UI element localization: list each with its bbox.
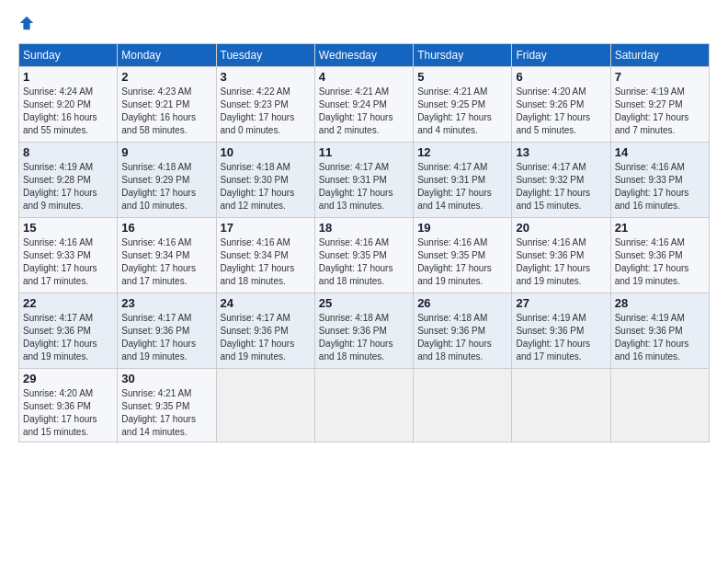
- day-info: Sunrise: 4:18 AMSunset: 9:29 PMDaylight:…: [121, 162, 196, 211]
- day-info: Sunrise: 4:18 AMSunset: 9:36 PMDaylight:…: [417, 313, 492, 362]
- day-number: 15: [23, 221, 113, 235]
- day-number: 28: [615, 296, 705, 310]
- day-number: 3: [221, 70, 311, 84]
- day-number: 13: [516, 145, 606, 159]
- svg-marker-0: [20, 17, 33, 29]
- day-cell-30: 30Sunrise: 4:21 AMSunset: 9:35 PMDayligh…: [118, 368, 216, 442]
- day-info: Sunrise: 4:19 AMSunset: 9:36 PMDaylight:…: [615, 313, 689, 362]
- day-number: 4: [319, 70, 409, 84]
- day-info: Sunrise: 4:16 AMSunset: 9:33 PMDaylight:…: [23, 237, 97, 286]
- day-cell-2: 2Sunrise: 4:23 AMSunset: 9:21 PMDaylight…: [118, 66, 216, 142]
- day-info: Sunrise: 4:20 AMSunset: 9:36 PMDaylight:…: [23, 388, 97, 437]
- day-cell-26: 26Sunrise: 4:18 AMSunset: 9:36 PMDayligh…: [414, 293, 512, 368]
- day-info: Sunrise: 4:17 AMSunset: 9:36 PMDaylight:…: [221, 313, 295, 362]
- day-info: Sunrise: 4:16 AMSunset: 9:35 PMDaylight:…: [319, 237, 393, 286]
- day-info: Sunrise: 4:23 AMSunset: 9:21 PMDaylight:…: [121, 86, 196, 135]
- day-info: Sunrise: 4:18 AMSunset: 9:30 PMDaylight:…: [221, 162, 295, 211]
- day-info: Sunrise: 4:21 AMSunset: 9:24 PMDaylight:…: [319, 86, 393, 135]
- day-number: 24: [221, 296, 311, 310]
- calendar-week-2: 8Sunrise: 4:19 AMSunset: 9:28 PMDaylight…: [19, 142, 710, 217]
- day-number: 30: [121, 372, 211, 385]
- calendar-header-row: SundayMondayTuesdayWednesdayThursdayFrid…: [19, 43, 710, 66]
- day-number: 2: [121, 70, 211, 84]
- day-header-sunday: Sunday: [19, 43, 118, 66]
- day-cell-16: 16Sunrise: 4:16 AMSunset: 9:34 PMDayligh…: [118, 217, 216, 293]
- day-cell-7: 7Sunrise: 4:19 AMSunset: 9:27 PMDaylight…: [610, 66, 709, 142]
- day-number: 12: [417, 145, 507, 159]
- day-number: 5: [417, 70, 507, 84]
- day-info: Sunrise: 4:17 AMSunset: 9:31 PMDaylight:…: [417, 162, 492, 211]
- day-number: 18: [319, 221, 409, 235]
- day-number: 6: [516, 70, 606, 84]
- day-cell-18: 18Sunrise: 4:16 AMSunset: 9:35 PMDayligh…: [314, 217, 413, 293]
- day-header-friday: Friday: [512, 43, 610, 66]
- day-info: Sunrise: 4:20 AMSunset: 9:26 PMDaylight:…: [516, 86, 590, 135]
- day-cell-27: 27Sunrise: 4:19 AMSunset: 9:36 PMDayligh…: [512, 293, 610, 368]
- day-cell-11: 11Sunrise: 4:17 AMSunset: 9:31 PMDayligh…: [314, 142, 413, 217]
- page-header: [18, 14, 710, 32]
- day-info: Sunrise: 4:16 AMSunset: 9:36 PMDaylight:…: [516, 237, 590, 286]
- day-cell-23: 23Sunrise: 4:17 AMSunset: 9:36 PMDayligh…: [118, 293, 216, 368]
- day-info: Sunrise: 4:22 AMSunset: 9:23 PMDaylight:…: [221, 86, 295, 135]
- calendar-page: SundayMondayTuesdayWednesdayThursdayFrid…: [0, 0, 728, 563]
- calendar-week-4: 22Sunrise: 4:17 AMSunset: 9:36 PMDayligh…: [19, 293, 710, 368]
- day-cell-9: 9Sunrise: 4:18 AMSunset: 9:29 PMDaylight…: [118, 142, 216, 217]
- day-number: 9: [121, 145, 211, 159]
- day-cell-29: 29Sunrise: 4:20 AMSunset: 9:36 PMDayligh…: [19, 368, 118, 442]
- day-info: Sunrise: 4:17 AMSunset: 9:36 PMDaylight:…: [121, 313, 196, 362]
- day-cell-4: 4Sunrise: 4:21 AMSunset: 9:24 PMDaylight…: [314, 66, 413, 142]
- empty-cell: [414, 368, 512, 442]
- day-cell-14: 14Sunrise: 4:16 AMSunset: 9:33 PMDayligh…: [610, 142, 709, 217]
- day-info: Sunrise: 4:16 AMSunset: 9:34 PMDaylight:…: [221, 237, 295, 286]
- day-number: 27: [516, 296, 606, 310]
- day-number: 25: [319, 296, 409, 310]
- day-number: 17: [221, 221, 311, 235]
- day-cell-17: 17Sunrise: 4:16 AMSunset: 9:34 PMDayligh…: [216, 217, 314, 293]
- calendar-week-3: 15Sunrise: 4:16 AMSunset: 9:33 PMDayligh…: [19, 217, 710, 293]
- day-number: 7: [615, 70, 705, 84]
- day-info: Sunrise: 4:21 AMSunset: 9:35 PMDaylight:…: [121, 388, 196, 437]
- day-cell-15: 15Sunrise: 4:16 AMSunset: 9:33 PMDayligh…: [19, 217, 118, 293]
- calendar-table: SundayMondayTuesdayWednesdayThursdayFrid…: [18, 43, 710, 442]
- day-cell-19: 19Sunrise: 4:16 AMSunset: 9:35 PMDayligh…: [414, 217, 512, 293]
- day-info: Sunrise: 4:18 AMSunset: 9:36 PMDaylight:…: [319, 313, 393, 362]
- day-number: 19: [417, 221, 507, 235]
- day-cell-28: 28Sunrise: 4:19 AMSunset: 9:36 PMDayligh…: [610, 293, 709, 368]
- day-info: Sunrise: 4:16 AMSunset: 9:35 PMDaylight:…: [417, 237, 492, 286]
- day-cell-24: 24Sunrise: 4:17 AMSunset: 9:36 PMDayligh…: [216, 293, 314, 368]
- day-number: 14: [615, 145, 705, 159]
- logo: [18, 14, 38, 32]
- calendar-week-5: 29Sunrise: 4:20 AMSunset: 9:36 PMDayligh…: [19, 368, 710, 442]
- day-info: Sunrise: 4:19 AMSunset: 9:27 PMDaylight:…: [615, 86, 689, 135]
- day-cell-5: 5Sunrise: 4:21 AMSunset: 9:25 PMDaylight…: [414, 66, 512, 142]
- day-cell-21: 21Sunrise: 4:16 AMSunset: 9:36 PMDayligh…: [610, 217, 709, 293]
- day-header-wednesday: Wednesday: [314, 43, 413, 66]
- day-cell-12: 12Sunrise: 4:17 AMSunset: 9:31 PMDayligh…: [414, 142, 512, 217]
- empty-cell: [512, 368, 610, 442]
- day-header-monday: Monday: [118, 43, 216, 66]
- day-cell-25: 25Sunrise: 4:18 AMSunset: 9:36 PMDayligh…: [314, 293, 413, 368]
- day-cell-10: 10Sunrise: 4:18 AMSunset: 9:30 PMDayligh…: [216, 142, 314, 217]
- day-info: Sunrise: 4:16 AMSunset: 9:34 PMDaylight:…: [121, 237, 196, 286]
- day-header-tuesday: Tuesday: [216, 43, 314, 66]
- empty-cell: [314, 368, 413, 442]
- day-cell-6: 6Sunrise: 4:20 AMSunset: 9:26 PMDaylight…: [512, 66, 610, 142]
- day-cell-1: 1Sunrise: 4:24 AMSunset: 9:20 PMDaylight…: [19, 66, 118, 142]
- day-info: Sunrise: 4:17 AMSunset: 9:32 PMDaylight:…: [516, 162, 590, 211]
- day-number: 1: [23, 70, 113, 84]
- day-info: Sunrise: 4:17 AMSunset: 9:31 PMDaylight:…: [319, 162, 393, 211]
- day-number: 29: [23, 372, 113, 385]
- day-number: 16: [121, 221, 211, 235]
- day-number: 20: [516, 221, 606, 235]
- day-number: 22: [23, 296, 113, 310]
- calendar-week-1: 1Sunrise: 4:24 AMSunset: 9:20 PMDaylight…: [19, 66, 710, 142]
- logo-icon: [18, 15, 35, 31]
- day-cell-20: 20Sunrise: 4:16 AMSunset: 9:36 PMDayligh…: [512, 217, 610, 293]
- calendar-body: 1Sunrise: 4:24 AMSunset: 9:20 PMDaylight…: [19, 66, 710, 442]
- day-number: 23: [121, 296, 211, 310]
- day-number: 26: [417, 296, 507, 310]
- day-number: 8: [23, 145, 113, 159]
- day-info: Sunrise: 4:16 AMSunset: 9:33 PMDaylight:…: [615, 162, 689, 211]
- day-info: Sunrise: 4:16 AMSunset: 9:36 PMDaylight:…: [615, 237, 689, 286]
- day-number: 11: [319, 145, 409, 159]
